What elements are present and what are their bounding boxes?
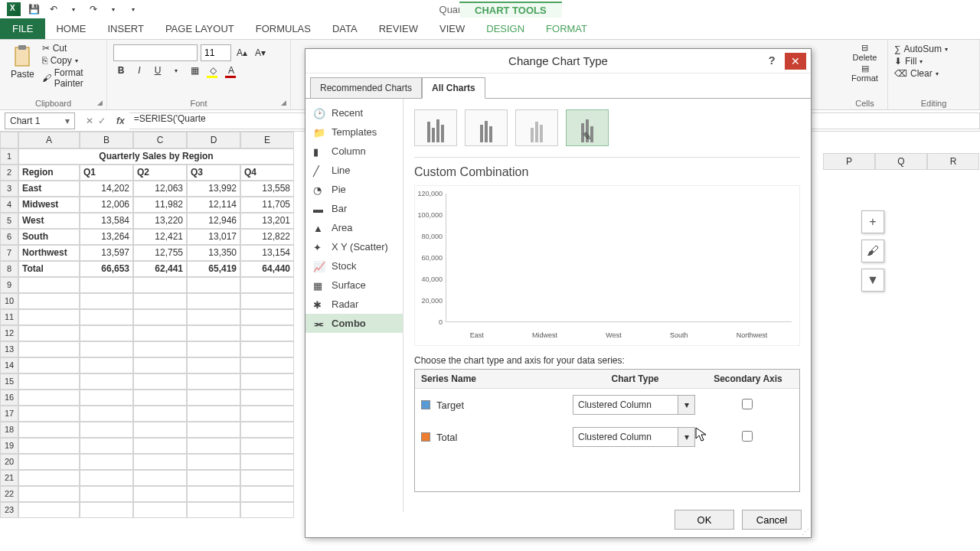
formulas-tab[interactable]: FORMULAS [245,18,322,39]
resize-grip-icon[interactable]: ⋰ [802,527,809,536]
data-cell[interactable]: 14,202 [80,181,133,197]
category-line[interactable]: ╱Line [305,161,403,180]
combo-subtype-1[interactable] [414,109,457,146]
total-cell[interactable]: 66,653 [80,261,133,277]
header-cell[interactable]: Q2 [133,165,187,181]
secondary-axis-checkbox[interactable] [742,431,753,442]
row-header[interactable]: 19 [0,438,18,454]
empty-cell[interactable] [240,373,294,390]
empty-cell[interactable] [80,293,133,309]
empty-cell[interactable] [80,325,133,341]
chevron-down-icon[interactable]: ▾ [678,428,694,446]
empty-cell[interactable] [80,357,133,373]
row-header[interactable]: 11 [0,309,18,325]
row-header[interactable]: 5 [0,213,18,229]
empty-cell[interactable] [240,422,294,438]
empty-cell[interactable] [187,277,240,293]
region-cell[interactable]: Midwest [18,197,80,213]
chart-elements-button[interactable]: + [861,210,884,233]
italic-button[interactable]: I [132,63,147,78]
chart-styles-button[interactable]: 🖌 [861,240,884,262]
combo-subtype-2[interactable] [465,109,508,146]
empty-cell[interactable] [133,486,187,502]
empty-cell[interactable] [187,470,240,486]
redo-dropdown-icon[interactable]: ▾ [106,2,121,17]
header-cell[interactable]: Q4 [240,165,294,181]
insert-tab[interactable]: INSERT [96,18,154,39]
row-header[interactable]: 18 [0,422,18,438]
empty-cell[interactable] [80,390,133,406]
empty-cell[interactable] [18,422,80,438]
empty-cell[interactable] [133,454,187,470]
data-cell[interactable]: 12,063 [133,181,187,197]
empty-cell[interactable] [133,390,187,406]
data-cell[interactable]: 13,350 [187,245,240,261]
page-layout-tab[interactable]: PAGE LAYOUT [155,18,245,39]
empty-cell[interactable] [240,390,294,406]
secondary-axis-checkbox[interactable] [742,399,753,409]
region-cell[interactable]: South [18,229,80,245]
empty-cell[interactable] [80,502,133,518]
clipboard-dialog-launcher[interactable]: ◢ [94,97,105,108]
empty-cell[interactable] [18,357,80,373]
data-cell[interactable]: 13,017 [187,229,240,245]
category-surface[interactable]: ▦Surface [305,276,403,295]
header-cell[interactable]: Q3 [187,165,240,181]
review-tab[interactable]: REVIEW [368,18,429,39]
data-cell[interactable]: 13,597 [80,245,133,261]
empty-cell[interactable] [240,454,294,470]
row-header[interactable]: 12 [0,325,18,341]
total-cell[interactable]: 65,419 [187,261,240,277]
category-recent[interactable]: 🕑Recent [305,103,403,122]
empty-cell[interactable] [187,293,240,309]
chevron-down-icon[interactable]: ▾ [678,396,694,414]
data-tab[interactable]: DATA [322,18,368,39]
row-header[interactable]: 21 [0,470,18,486]
empty-cell[interactable] [18,277,80,293]
row-header[interactable]: 23 [0,502,18,518]
data-cell[interactable]: 12,822 [240,229,294,245]
region-cell[interactable]: East [18,181,80,197]
empty-cell[interactable] [240,325,294,341]
category-pie[interactable]: ◔Pie [305,180,403,199]
row-header[interactable]: 10 [0,293,18,309]
chart-filters-button[interactable]: ▼ [861,269,884,292]
format-button[interactable]: ▤Format [851,64,878,83]
total-label-cell[interactable]: Total [18,261,80,277]
empty-cell[interactable] [80,422,133,438]
empty-cell[interactable] [133,470,187,486]
home-tab[interactable]: HOME [45,18,96,39]
col-header[interactable]: P [823,153,875,170]
row-header[interactable]: 4 [0,197,18,213]
row-header[interactable]: 13 [0,341,18,357]
row-header[interactable]: 22 [0,486,18,502]
empty-cell[interactable] [133,438,187,454]
region-cell[interactable]: West [18,213,80,229]
empty-cell[interactable] [240,502,294,518]
empty-cell[interactable] [187,325,240,341]
save-icon[interactable]: 💾 [26,2,41,17]
row-header[interactable]: 7 [0,245,18,261]
data-cell[interactable]: 12,006 [80,197,133,213]
col-header[interactable]: C [133,132,187,148]
empty-cell[interactable] [133,373,187,390]
select-all-corner[interactable] [0,132,18,148]
chart-type-combo[interactable]: Clustered Column▾ [573,427,695,447]
empty-cell[interactable] [240,406,294,422]
empty-cell[interactable] [240,277,294,293]
empty-cell[interactable] [18,470,80,486]
undo-icon[interactable]: ↶ [46,2,61,17]
col-header[interactable]: D [187,132,240,148]
empty-cell[interactable] [240,486,294,502]
empty-cell[interactable] [240,438,294,454]
empty-cell[interactable] [80,341,133,357]
empty-cell[interactable] [187,486,240,502]
font-family-combo[interactable] [113,44,198,61]
empty-cell[interactable] [80,454,133,470]
data-cell[interactable]: 12,421 [133,229,187,245]
empty-cell[interactable] [133,422,187,438]
empty-cell[interactable] [187,422,240,438]
region-cell[interactable]: Northwest [18,245,80,261]
undo-dropdown-icon[interactable]: ▾ [66,2,81,17]
empty-cell[interactable] [18,390,80,406]
